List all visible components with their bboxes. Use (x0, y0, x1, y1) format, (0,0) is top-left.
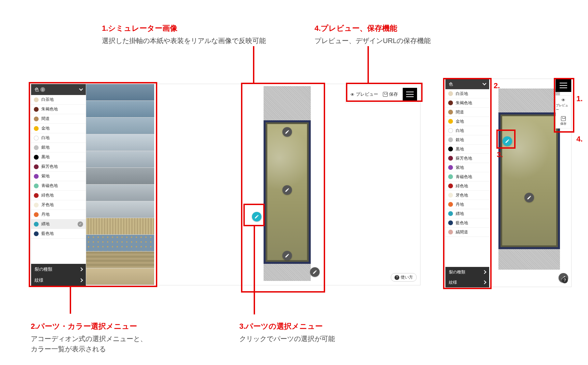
color-swatch (34, 193, 39, 198)
color-item[interactable]: 白茶地 (31, 95, 86, 105)
simulator-panel-large: 色 i 白茶地朱褐色地間道金地白地銀地黒地蘇芳色地紫地青磁色地緋色地牙色地丹地縹… (31, 84, 420, 285)
help-button[interactable]: ? 使い方 (391, 273, 417, 282)
save-button-small[interactable]: 保存 (560, 114, 566, 128)
color-swatch (448, 174, 453, 179)
color-swatch (448, 202, 453, 207)
accordion-color-header-small[interactable]: 色 (445, 79, 489, 89)
hamburger-menu[interactable] (403, 88, 417, 101)
edit-pin-active-small[interactable] (503, 136, 512, 146)
color-item[interactable]: 藍色地 (445, 218, 489, 228)
swatch-cell[interactable] (86, 218, 154, 235)
color-item[interactable]: 縞間道 (445, 228, 489, 237)
color-item[interactable]: 紫地 (445, 163, 489, 172)
color-swatch (448, 110, 453, 114)
color-item[interactable]: 藍色地 (31, 229, 86, 239)
color-swatch (448, 100, 453, 105)
accordion-color-label-small: 色 (449, 81, 453, 87)
kakejiku-honshi (500, 114, 558, 247)
color-item[interactable]: 金地 (31, 124, 86, 133)
preview-label: プレビュー (356, 91, 378, 97)
color-item[interactable]: 間道 (31, 114, 86, 124)
hamburger-menu-small[interactable] (556, 79, 571, 92)
color-label: 丹地 (456, 202, 464, 207)
color-item[interactable]: 間道 (445, 108, 489, 117)
swatch-cell[interactable] (86, 235, 154, 252)
accordion-pattern-header[interactable]: 紋様 (31, 275, 86, 286)
color-swatch (448, 147, 453, 151)
swatch-cell[interactable] (86, 118, 154, 134)
color-item[interactable]: 銀地 (445, 135, 489, 145)
color-swatch (34, 212, 39, 217)
color-item[interactable]: 青磁色地 (445, 172, 489, 181)
color-swatch (448, 230, 453, 234)
color-label: 牙色地 (41, 202, 54, 208)
color-item[interactable]: 黒地 (31, 152, 86, 162)
color-item[interactable]: 丹地 (31, 210, 86, 219)
color-item[interactable]: 黒地 (445, 145, 489, 154)
color-swatch (448, 156, 453, 161)
color-item[interactable]: 縹地 (31, 219, 86, 229)
color-label: 金地 (456, 119, 464, 124)
swatch-cell[interactable] (86, 201, 154, 218)
swatch-cell[interactable] (86, 252, 154, 268)
color-item[interactable]: 牙色地 (445, 191, 489, 200)
edit-pin-middle[interactable] (282, 185, 292, 195)
color-sidebar: 色 i 白茶地朱褐色地間道金地白地銀地黒地蘇芳色地紫地青磁色地緋色地牙色地丹地縹… (31, 84, 86, 286)
color-item[interactable]: 紫地 (31, 172, 86, 181)
color-item[interactable]: 金地 (445, 117, 489, 126)
color-item[interactable]: 蘇芳色地 (31, 162, 86, 172)
kakejiku-painting (502, 116, 556, 245)
color-item[interactable]: 銀地 (31, 143, 86, 152)
color-label: 紫地 (41, 173, 50, 179)
color-item[interactable]: 縹地 (445, 209, 489, 218)
color-swatch (448, 91, 453, 96)
swatch-cell[interactable] (86, 101, 154, 118)
annotation-1-title: 1.シミュレーター画像 (102, 23, 266, 33)
swatch-cell[interactable] (86, 185, 154, 201)
color-item[interactable]: 白地 (445, 126, 489, 135)
kakejiku-bottom (264, 264, 311, 281)
color-label: 朱褐色地 (456, 100, 472, 106)
save-button[interactable]: 保存 (383, 91, 398, 97)
accordion-type-header-small[interactable]: 裂の種類 (445, 267, 489, 277)
color-item[interactable]: 緋色地 (445, 181, 489, 191)
color-swatch (448, 137, 453, 142)
color-swatch (448, 165, 453, 170)
accordion-pattern-header-small[interactable]: 紋様 (445, 277, 489, 287)
color-item[interactable]: 青磁色地 (31, 181, 86, 191)
preview-button[interactable]: プレビュー (350, 91, 378, 97)
swatch-cell[interactable] (86, 134, 154, 151)
edit-pin-top[interactable] (282, 127, 292, 137)
color-item[interactable]: 丹地 (445, 200, 489, 209)
chevron-down-icon (482, 81, 486, 85)
color-label: 金地 (41, 125, 50, 131)
swatch-cell[interactable] (86, 84, 154, 101)
annotation-4-title: 4.プレビュー、保存機能 (315, 23, 431, 33)
edit-pin-mid-small[interactable] (524, 193, 534, 202)
eye-icon (561, 98, 565, 103)
color-item[interactable]: 白茶地 (445, 89, 489, 98)
help-button-small[interactable]: ? (562, 277, 568, 283)
accordion-type-header[interactable]: 裂の種類 (31, 264, 86, 275)
preview-button-small[interactable]: プレビュー (556, 96, 571, 114)
color-item[interactable]: 朱褐色地 (31, 105, 86, 114)
accordion-type-label-small: 裂の種類 (449, 269, 465, 275)
edit-pin-left-active[interactable] (252, 212, 262, 221)
color-label: 牙色地 (456, 192, 468, 198)
color-item[interactable]: 牙色地 (31, 200, 86, 210)
save-icon (561, 116, 566, 121)
color-item[interactable]: 緋色地 (31, 191, 86, 200)
kakejiku-top (264, 86, 311, 120)
swatch-cell[interactable] (86, 168, 154, 185)
edit-pin-bottom[interactable] (282, 251, 292, 260)
swatch-grid (86, 84, 154, 286)
swatch-cell[interactable] (86, 268, 154, 285)
swatch-cell[interactable] (86, 151, 154, 168)
color-label: 藍色地 (456, 220, 468, 226)
color-swatch (448, 220, 453, 225)
color-item[interactable]: 蘇芳色地 (445, 154, 489, 163)
color-item[interactable]: 朱褐色地 (445, 98, 489, 108)
color-item[interactable]: 白地 (31, 133, 86, 143)
accordion-color-header[interactable]: 色 i (31, 84, 86, 95)
edit-pin-roller[interactable] (310, 267, 320, 277)
